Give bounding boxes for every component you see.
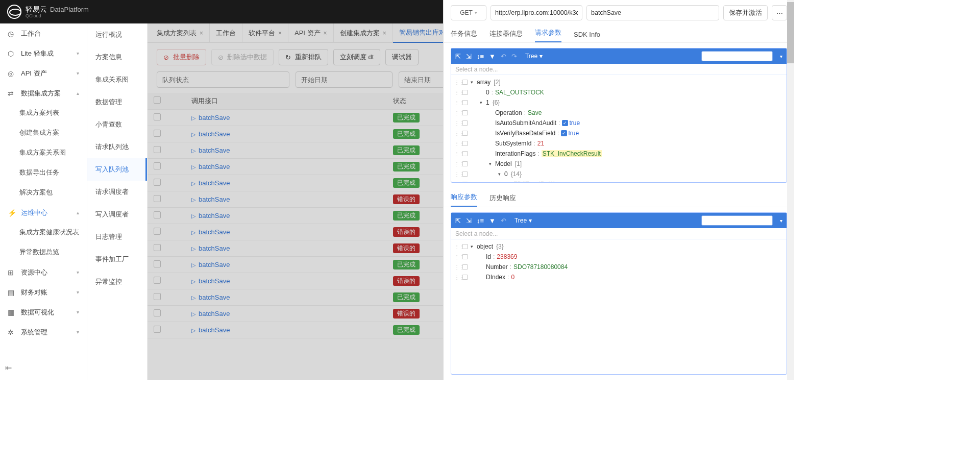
api-link[interactable]: batchSave <box>199 130 230 138</box>
sidebar-item[interactable]: ⚡运维中心▴ <box>0 203 87 223</box>
json-node[interactable]: ⋮⋮IsVerifyBaseDataField:✓true <box>451 128 787 138</box>
api-link[interactable]: batchSave <box>199 163 230 170</box>
node-checkbox[interactable] <box>462 100 468 105</box>
sidebar-subitem[interactable]: 异常数据总览 <box>0 242 87 262</box>
panel-tab[interactable]: 请求参数 <box>535 28 561 42</box>
panel-scrollbar[interactable] <box>787 0 794 380</box>
status-filter[interactable] <box>157 71 289 88</box>
sidebar-subitem[interactable]: 解决方案包 <box>0 183 87 203</box>
json-node[interactable]: ⋮⋮DIndex:0 <box>451 272 787 282</box>
page-tab[interactable]: 软件平台× <box>242 23 288 43</box>
expand-icon[interactable]: ⇱ <box>455 53 461 60</box>
page-tab[interactable]: 创建集成方案× <box>334 23 393 43</box>
node-checkbox[interactable] <box>462 264 468 270</box>
node-checkbox[interactable] <box>462 151 468 156</box>
search-dropdown-icon[interactable]: ▾ <box>780 218 782 224</box>
api-link[interactable]: batchSave <box>199 293 230 301</box>
node-checkbox[interactable] <box>462 110 468 115</box>
row-checkbox[interactable] <box>154 113 161 120</box>
delete-selected-button[interactable]: ⊘ 删除选中数据 <box>211 49 274 65</box>
json-node[interactable]: ⋮⋮▾object{3} <box>451 241 787 252</box>
subnav-item[interactable]: 异常监控 <box>87 271 147 293</box>
sort-icon[interactable]: ↕≡ <box>477 53 484 60</box>
json-node[interactable]: ⋮⋮▾1{6} <box>451 97 787 108</box>
sidebar-subitem[interactable]: 集成方案关系图 <box>0 143 87 163</box>
panel-tab[interactable]: 任务信息 <box>451 29 477 42</box>
subnav-item[interactable]: 小青查数 <box>87 113 147 136</box>
json-node[interactable]: ⋮⋮IsAutoSubmitAndAudit:✓true <box>451 118 787 128</box>
node-path[interactable]: Select a node... <box>451 64 787 75</box>
node-checkbox[interactable] <box>462 141 468 146</box>
row-checkbox[interactable] <box>154 326 161 333</box>
row-checkbox[interactable] <box>154 293 161 300</box>
json-node[interactable]: ⋮⋮Id:238369 <box>451 252 787 262</box>
row-checkbox[interactable] <box>154 260 161 267</box>
node-checkbox[interactable] <box>462 120 468 126</box>
api-link[interactable]: batchSave <box>199 326 230 334</box>
api-link[interactable]: batchSave <box>199 277 230 285</box>
node-path[interactable]: Select a node... <box>451 228 787 239</box>
row-checkbox[interactable] <box>154 228 161 235</box>
redo-icon[interactable]: ↷ <box>511 53 517 60</box>
json-node[interactable]: ⋮⋮0:SAL_OUTSTOCK <box>451 87 787 97</box>
api-link[interactable]: batchSave <box>199 261 230 268</box>
node-checkbox[interactable] <box>462 244 468 249</box>
resort-button[interactable]: ↻ 重新排队 <box>279 49 328 65</box>
json-node[interactable]: ⋮⋮InterationFlags:STK_InvCheckResult <box>451 149 787 159</box>
search-dropdown-icon[interactable]: ▾ <box>780 54 782 59</box>
node-checkbox[interactable] <box>462 80 468 85</box>
node-checkbox[interactable] <box>462 172 468 177</box>
panel-tab[interactable]: 连接器信息 <box>489 29 523 42</box>
api-link[interactable]: batchSave <box>199 310 230 317</box>
subnav-item[interactable]: 写入调度者 <box>87 203 147 226</box>
page-tab[interactable]: 集成方案列表× <box>151 23 210 43</box>
page-tab[interactable]: 工作台 <box>210 23 242 43</box>
subnav-item[interactable]: 日志管理 <box>87 226 147 248</box>
filter-icon[interactable]: ▼ <box>489 53 496 60</box>
api-link[interactable]: batchSave <box>199 228 230 236</box>
subnav-item[interactable]: 写入队列池 <box>87 158 147 181</box>
dispatch-button[interactable]: 立刻调度 dt <box>333 49 380 65</box>
subnav-item[interactable]: 请求队列池 <box>87 136 147 158</box>
col-status[interactable]: 状态 <box>387 93 443 109</box>
select-all-checkbox[interactable] <box>154 96 161 104</box>
sidebar-subitem[interactable]: 集成方案健康状况表 <box>0 223 87 242</box>
json-node[interactable]: ⋮⋮Operation:Save <box>451 108 787 118</box>
sidebar-item[interactable]: ⇄数据集成方案▴ <box>0 83 87 103</box>
row-checkbox[interactable] <box>154 179 161 186</box>
sort-icon[interactable]: ↕≡ <box>477 217 484 225</box>
filter-icon[interactable]: ▼ <box>489 217 496 225</box>
sidebar-item[interactable]: ⬡Lite 轻集成▾ <box>0 43 87 63</box>
subnav-item[interactable]: 集成关系图 <box>87 68 147 91</box>
api-link[interactable]: batchSave <box>199 212 230 219</box>
row-checkbox[interactable] <box>154 309 161 316</box>
json-node[interactable]: ⋮⋮▾array[2] <box>451 77 787 87</box>
close-icon[interactable]: × <box>278 30 282 37</box>
response-tab[interactable]: 响应参数 <box>451 192 477 207</box>
close-icon[interactable]: × <box>383 30 386 37</box>
json-node[interactable]: ⋮⋮Number:SDO787180080084 <box>451 262 787 272</box>
sidebar-item[interactable]: ▤财务对账▾ <box>0 282 87 302</box>
view-mode-select[interactable]: Tree ▾ <box>511 217 535 224</box>
undo-icon[interactable]: ↶ <box>501 53 506 60</box>
sidebar-subitem[interactable]: 数据导出任务 <box>0 163 87 183</box>
save-activate-button[interactable]: 保存并激活 <box>723 5 768 20</box>
api-link[interactable]: batchSave <box>199 244 230 252</box>
sidebar-subitem[interactable]: 创建集成方案 <box>0 123 87 143</box>
collapse-icon[interactable]: ⇲ <box>466 53 472 60</box>
subnav-item[interactable]: 事件加工厂 <box>87 248 147 271</box>
row-checkbox[interactable] <box>154 130 161 137</box>
more-button[interactable]: ⋯ <box>772 5 787 20</box>
start-date-filter[interactable] <box>296 71 393 88</box>
sidebar-item[interactable]: ⊞资源中心▾ <box>0 262 87 282</box>
expand-icon[interactable]: ⇱ <box>455 217 461 225</box>
node-checkbox[interactable] <box>462 131 468 136</box>
row-checkbox[interactable] <box>154 277 161 284</box>
url-input[interactable] <box>491 5 582 20</box>
panel-tab[interactable]: SDK Info <box>574 31 600 42</box>
subnav-item[interactable]: 数据管理 <box>87 91 147 113</box>
node-checkbox[interactable] <box>462 90 468 95</box>
collapse-icon[interactable]: ⇲ <box>466 217 472 225</box>
page-tab[interactable]: API 资产× <box>288 23 334 43</box>
col-api[interactable]: 调用接口 <box>185 93 387 109</box>
